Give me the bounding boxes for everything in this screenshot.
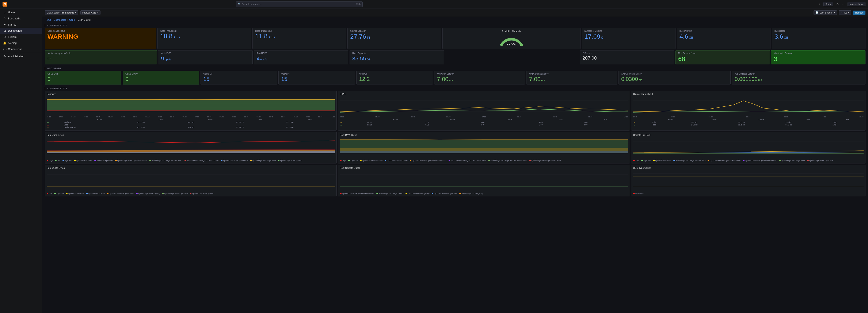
sidebar-item-label: Explore — [8, 35, 17, 38]
read-throughput-value: 11.8 kB/s — [255, 33, 343, 39]
write-throughput-card: Write Throughput 18.8 kB/s — [157, 28, 251, 49]
pool-raw-legend: .mgr .rgw.root hybrid-fs-metadata Avail … — [340, 160, 628, 162]
osds-down-label: OSDs DOWN — [125, 73, 196, 75]
sidebar-item-home[interactable]: ⌂ Home — [0, 9, 42, 16]
pool-objects-quota-legend: hybrid-objectstore.rgw.buckets.non-ec hy… — [340, 192, 628, 195]
read-iops-unit: ops/s — [260, 58, 267, 61]
read-iops-label: Read IOPS — [257, 52, 346, 55]
bytes-read-card: Bytes Read 3.6 GB — [772, 28, 865, 49]
clock-icon: 🕐 — [815, 11, 818, 14]
cluster-state-title: CLUSTER STATE — [47, 24, 67, 27]
difference-value: 207.00 — [583, 55, 672, 61]
toolbar-right: 🕐 Last 6 hours ▾ ↻ 30s ▾ Refresh — [813, 10, 865, 15]
refresh-icon: ↻ — [841, 11, 842, 14]
bytes-written-card: Bytes Written 4.6 GB — [677, 28, 771, 49]
health-value: WARNING — [48, 33, 153, 40]
more-icon[interactable]: ⋯ — [842, 3, 844, 6]
osd-type-count-card: OSD Type Count blueStore — [631, 165, 865, 196]
cluster-throughput-chart-area: 04:1505:0006:0007:0008:0009:0010:00 — [633, 96, 864, 118]
interval-selector[interactable]: Interval Auto ▾ — [81, 10, 100, 15]
admin-icon: ⚙ — [3, 55, 6, 58]
osd-type-count-legend: blueStore — [633, 192, 864, 195]
sidebar-item-label: Administration — [8, 55, 24, 58]
capacity-chart-area: 04:1504:3004:4505:0005:1505:3005:4506:00… — [46, 96, 335, 118]
avg-apply-latency-value: 7.00 ms — [437, 76, 522, 83]
capacity-chart-card: Capacity — [45, 91, 337, 131]
datasource-selector[interactable]: Data Source Prometheus ▾ — [45, 10, 78, 15]
bytes-read-label: Bytes Read — [774, 30, 863, 32]
cluster-capacity-value: 27.76 TB — [350, 33, 438, 40]
pool-used-bytes-area — [46, 138, 335, 159]
cluster-capacity-card: Cluster Capacity 27.76 TB — [347, 28, 441, 49]
main-content: Data Source Prometheus ▾ Interval Auto ▾… — [42, 8, 868, 313]
sidebar-item-dashboards[interactable]: ⊞ Dashboards — [0, 28, 42, 34]
sidebar: ⌂ Home ☆ Bookmarks ★ Starred ⊞ Dashboard… — [0, 8, 42, 313]
read-iops-value: 4 ops/s — [257, 55, 346, 62]
search-icon: 🔍 — [238, 3, 241, 5]
bytes-read-value: 3.6 GB — [774, 33, 863, 40]
search-bar[interactable]: 🔍 Search or jump to... ⌘+K — [236, 1, 363, 7]
sidebar-item-alerting[interactable]: 🔔 Alerting — [0, 40, 42, 46]
osds-out-value: 0 — [48, 76, 119, 82]
breadcrumb-ceph[interactable]: Ceph — [69, 19, 75, 21]
sidebar-item-explore[interactable]: ⊙ Explore — [0, 34, 42, 40]
monitors-quorum-value: 3 — [774, 55, 863, 62]
osds-in-label: OSDs IN — [281, 73, 352, 75]
osds-up-value: 15 — [203, 76, 274, 82]
avg-op-read-latency-label: Avg Op Read Latency — [735, 73, 863, 75]
refresh-button[interactable]: Refresh — [853, 10, 865, 15]
breadcrumb-dashboards[interactable]: Dashboards — [54, 19, 66, 21]
bytes-written-label: Bytes Written — [680, 30, 768, 32]
osds-down-card: OSDs DOWN 0 — [123, 71, 199, 84]
avg-commit-latency-label: Avg Commit Latency — [529, 73, 614, 75]
avg-pgs-label: Avg PGs — [359, 73, 430, 75]
num-objects-unit: K — [601, 36, 603, 39]
pool-raw-bytes-card: Pool RAW Bytes .mgr .rgw.root hybrid-fs-… — [338, 132, 630, 164]
cluster-state-header: CLUSTER STATE — [45, 23, 865, 28]
more-editable[interactable]: More editable — [847, 2, 865, 6]
breadcrumb-home[interactable]: Home — [45, 19, 51, 21]
avg-pgs-card: Avg PGs 12.2 — [356, 71, 433, 84]
search-placeholder: Search or jump to... — [242, 3, 262, 5]
chevron-down-icon: ▾ — [834, 11, 835, 14]
available-capacity-label: Available Capacity — [502, 30, 521, 32]
charts-row1: Capacity — [45, 91, 865, 131]
health-label: Ceph health status — [48, 30, 153, 32]
connections-icon: ⟷ — [3, 48, 6, 51]
dashboard-content: CLUSTER STATE Ceph health status WARNING… — [42, 23, 868, 200]
sidebar-item-bookmarks[interactable]: ☆ Bookmarks — [0, 16, 42, 22]
sidebar-item-connections[interactable]: ⟷ Connections — [0, 46, 42, 52]
used-capacity-label: Used Capacity — [352, 52, 441, 55]
pool-quota-bytes-legend: .nfs .rgw.root hybrid-fs-metadata hybrid… — [46, 192, 335, 195]
refresh-interval-btn[interactable]: ↻ 30s ▾ — [839, 10, 851, 15]
time-range-value: Last 6 hours — [820, 11, 833, 14]
datasource-label: Data Source — [46, 11, 60, 14]
used-capacity-unit: GB — [367, 58, 371, 61]
difference-label: Difference — [583, 52, 672, 55]
osds-up-card: OSDs UP 15 — [200, 71, 277, 84]
bookmarks-icon: ☆ — [3, 17, 6, 20]
pool-objects-quota-area — [340, 170, 628, 192]
time-range-picker[interactable]: 🕐 Last 6 hours ▾ — [813, 10, 837, 15]
pool-used-legend: .mgr .nfs .rgw.root hybrid-fs-metadata h… — [46, 160, 335, 162]
search-shortcut: ⌘+K — [356, 3, 361, 5]
monitors-quorum-label: Monitors in Quorum — [774, 52, 863, 55]
avg-op-read-latency-card: Avg Op Read Latency 0.001102 ms — [732, 71, 865, 84]
avg-commit-latency-card: Avg Commit Latency 7.00 ms — [526, 71, 617, 84]
write-throughput-value: 18.8 kB/s — [160, 33, 248, 39]
share-button[interactable]: Share — [824, 2, 833, 6]
avg-commit-latency-unit: ms — [541, 79, 545, 82]
iops-chart-area: 04:1505:0005:4506:3007:1508:0008:4509:30… — [340, 96, 628, 118]
chevron-down-icon: ▾ — [97, 11, 99, 14]
svg-marker-2 — [46, 110, 335, 111]
difference-card: Difference 207.00 — [580, 50, 674, 64]
sidebar-item-administration[interactable]: ⚙ Administration — [0, 53, 42, 59]
sidebar-item-starred[interactable]: ★ Starred — [0, 22, 42, 28]
star-icon[interactable]: ☆ — [818, 3, 820, 6]
pool-raw-bytes-area — [340, 138, 628, 159]
avg-op-read-latency-value: 0.001102 ms — [735, 76, 863, 82]
sidebar-item-label: Bookmarks — [8, 17, 21, 20]
datasource-value: Prometheus — [61, 11, 74, 14]
settings-icon[interactable]: ⚙ — [836, 3, 839, 6]
bytes-written-value: 4.6 GB — [680, 33, 768, 40]
